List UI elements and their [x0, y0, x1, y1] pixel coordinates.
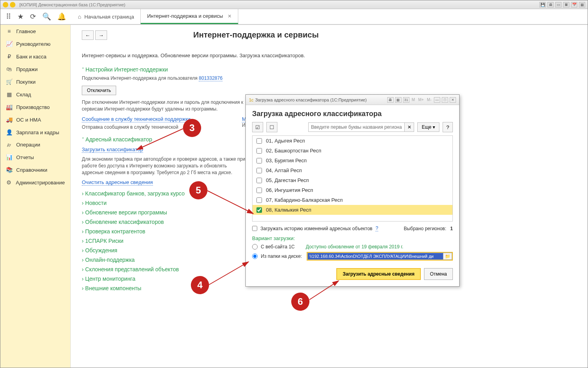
ruble-icon: ₽ [6, 53, 12, 60]
sidebar-item-assets[interactable]: 🚚ОС и НМА [0, 113, 70, 126]
region-row[interactable]: 03, Бурятия Респ [253, 156, 452, 165]
selected-label: Выбрано регионов: [404, 226, 447, 231]
check-all-button[interactable]: ☑ [252, 122, 263, 132]
tb-cal-icon[interactable]: 📅 [571, 2, 577, 8]
back-button[interactable]: ← [82, 30, 94, 40]
close-icon[interactable]: ✕ [228, 13, 232, 19]
tb-calc-icon[interactable]: 🖩 [563, 2, 569, 8]
modal-cal-icon[interactable]: 31 [403, 97, 409, 103]
clear-search-button[interactable]: ✕ [405, 122, 414, 132]
titlebar: [КОПИЯ] Демонстрационная база (1С:Предпр… [0, 0, 588, 9]
sidebar-item-reports[interactable]: 📊Отчеты [0, 151, 70, 163]
sidebar-item-manager[interactable]: 📈Руководителю [0, 38, 70, 50]
sidebar-label: Склад [16, 92, 31, 98]
person-icon: 👤 [6, 129, 12, 135]
forward-button[interactable]: → [95, 30, 107, 40]
load-addresses-button[interactable]: Загрузить адресные сведения [336, 268, 421, 280]
user-id-link[interactable]: 801332876 [199, 75, 222, 81]
sidebar-item-main[interactable]: ≡Главное [0, 25, 70, 38]
modal-header: Загрузка адресного классификатора [246, 105, 459, 122]
region-checkbox[interactable] [256, 168, 262, 173]
region-checkbox[interactable] [256, 178, 262, 183]
sidebar-label: Руководителю [16, 41, 51, 47]
history-help-link[interactable]: ? [375, 225, 378, 231]
home-icon: ⌂ [78, 13, 81, 20]
sidebar-item-refs[interactable]: 📚Справочники [0, 163, 70, 176]
region-checkbox[interactable] [256, 138, 262, 144]
tb-doc-icon[interactable]: ▭ [555, 2, 562, 8]
search-icon[interactable]: 🔍 [42, 12, 51, 21]
address-classifier-modal: 1c Загрузка адресного классификатора (1С… [245, 94, 460, 287]
help-button[interactable]: ? [443, 122, 453, 132]
sidebar-item-purchases[interactable]: 🛒Покупки [0, 75, 70, 88]
cancel-button[interactable]: Отмена [424, 268, 453, 280]
region-row[interactable]: 02, Башкортостан Респ [253, 146, 452, 156]
region-checkbox[interactable] [256, 207, 262, 213]
tab-services[interactable]: Интернет-поддержка и сервисы ✕ [141, 9, 238, 24]
menu-icon: ≡ [6, 28, 12, 34]
tb-save-icon[interactable]: 💾 [539, 2, 546, 8]
radio-web[interactable] [252, 244, 258, 250]
star-icon[interactable]: ★ [17, 12, 24, 21]
region-row[interactable]: 04, Алтай Респ [253, 165, 452, 175]
update-available: Доступно обновление от 19 февраля 2019 г… [306, 244, 403, 250]
region-row-selected[interactable]: 08, Калмыкия Респ [253, 205, 452, 215]
browse-folder-button[interactable]: 📁 [443, 253, 452, 260]
sidebar: ≡Главное 📈Руководителю ₽Банк и касса 🛍Пр… [0, 25, 71, 368]
load-classifier-link[interactable]: Загрузить классификатор [82, 146, 143, 153]
sidebar-item-operations[interactable]: ДтОперации [0, 139, 70, 151]
page-title: Интернет-поддержка и сервисы [193, 30, 318, 39]
region-checkbox[interactable] [256, 158, 262, 163]
modal-logo-icon: 1c [249, 98, 254, 102]
modal-m-btn[interactable]: M [411, 98, 416, 102]
history-label: Загружать историю изменений адресных объ… [260, 226, 372, 231]
sidebar-item-sales[interactable]: 🛍Продажи [0, 63, 70, 75]
region-row[interactable]: 06, Ингушетия Респ [253, 185, 452, 195]
gear-icon: ⚙ [6, 179, 12, 186]
tab-home[interactable]: ⌂ Начальная страница [72, 9, 141, 24]
modal-grid-icon[interactable]: ▦ [395, 97, 401, 103]
history-checkbox[interactable] [252, 226, 257, 231]
more-button[interactable]: Еще ▾ [417, 122, 439, 132]
folder-path-input[interactable] [307, 253, 443, 260]
region-checkbox[interactable] [256, 148, 262, 154]
bell-icon[interactable]: 🔔 [57, 12, 66, 21]
history-icon[interactable]: ⟳ [30, 12, 36, 21]
disconnect-button[interactable]: Отключить [82, 86, 116, 95]
clear-addr-link[interactable]: Очистить адресные сведения [82, 179, 153, 186]
sidebar-item-admin[interactable]: ⚙Администрирование [0, 176, 70, 189]
region-checkbox[interactable] [256, 197, 262, 203]
dropdown-icon[interactable] [10, 2, 15, 8]
sidebar-item-salary[interactable]: 👤Зарплата и кадры [0, 126, 70, 139]
region-search-input[interactable] [308, 122, 405, 132]
section-internet-settings[interactable]: Настройки Интернет-поддержки [82, 66, 577, 73]
radio-folder[interactable] [252, 253, 258, 259]
bag-icon: 🛍 [6, 66, 12, 72]
disconnect-hint: При отключении Интернет-поддержки логин … [82, 99, 248, 113]
sidebar-label: Банк и касса [16, 54, 47, 60]
region-checkbox[interactable] [256, 188, 262, 193]
sidebar-item-bank[interactable]: ₽Банк и касса [0, 50, 70, 63]
variant-header: Вариант загрузки: [246, 233, 459, 243]
modal-min-icon[interactable]: — [434, 97, 440, 103]
region-list[interactable]: 01, Адыгея Респ 02, Башкортостан Респ 03… [252, 135, 453, 222]
support-link[interactable]: Сообщение в службу технической поддержки [82, 116, 190, 122]
sidebar-item-production[interactable]: 🏭Производство [0, 101, 70, 113]
sidebar-label: Покупки [16, 79, 36, 85]
apps-icon[interactable]: ⠿ [6, 12, 11, 21]
radio-folder-label: Из папки на диске: [261, 253, 302, 259]
sidebar-label: Справочники [16, 167, 47, 173]
modal-mminus-btn[interactable]: M- [426, 98, 432, 102]
uncheck-all-button[interactable]: ☐ [266, 122, 277, 132]
tb-grid-icon[interactable]: ▦ [579, 2, 585, 8]
sidebar-item-warehouse[interactable]: ▦Склад [0, 88, 70, 101]
i-text: И [242, 122, 245, 128]
region-row[interactable]: 05, Дагестан Респ [253, 175, 452, 185]
modal-close-icon[interactable]: ✕ [450, 97, 456, 103]
region-row[interactable]: 07, Кабардино-Балкарская Респ [253, 195, 452, 205]
modal-max-icon[interactable]: □ [442, 97, 448, 103]
tb-print-icon[interactable]: 🖶 [547, 2, 554, 8]
region-row[interactable]: 01, Адыгея Респ [253, 136, 452, 146]
modal-print-icon[interactable]: 🖶 [387, 97, 394, 103]
modal-mplus-btn[interactable]: M+ [417, 98, 424, 102]
